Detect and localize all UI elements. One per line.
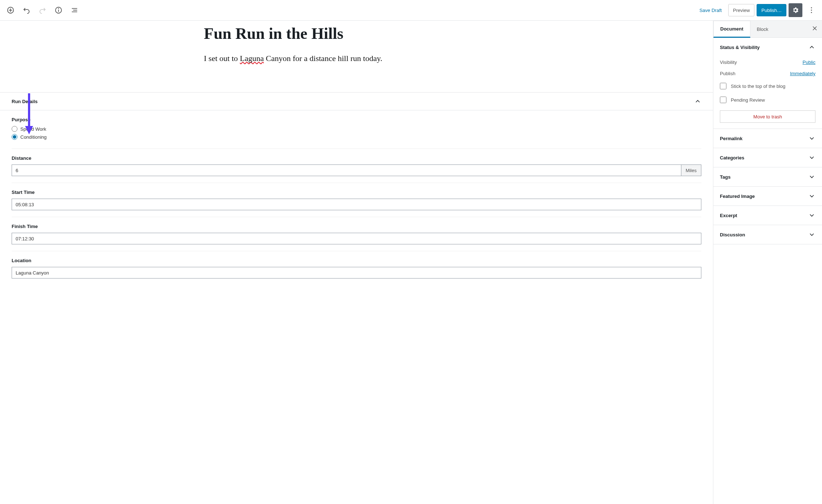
purpose-option-label: Conditioning <box>20 134 47 140</box>
stick-top-label: Stick to the top of the blog <box>731 84 785 89</box>
save-draft-button[interactable]: Save Draft <box>695 4 726 16</box>
sidebar-tabs: Document Block <box>713 21 822 38</box>
post-body[interactable]: I set out to Laguna Canyon for a distanc… <box>204 54 516 92</box>
stick-top-check[interactable]: Stick to the top of the blog <box>720 79 815 93</box>
body-misspelled: Laguna <box>240 54 264 63</box>
purpose-option-conditioning[interactable]: Conditioning <box>12 134 701 140</box>
preview-button[interactable]: Preview <box>728 4 754 16</box>
field-start-time: Start Time <box>12 183 701 217</box>
chevron-down-icon <box>808 192 815 200</box>
start-time-input[interactable] <box>12 199 701 210</box>
tab-document[interactable]: Document <box>713 21 750 38</box>
chevron-up-icon <box>808 44 815 51</box>
panel-discussion-toggle[interactable]: Discussion <box>713 225 822 244</box>
panel-title: Status & Visibility <box>720 45 760 50</box>
chevron-down-icon <box>808 135 815 142</box>
field-distance: Distance Miles <box>12 149 701 183</box>
undo-button[interactable] <box>20 3 33 17</box>
status-row-publish: Publish Immediately <box>720 68 815 79</box>
panel-tags-toggle[interactable]: Tags <box>713 167 822 186</box>
panel-discussion: Discussion <box>713 225 822 244</box>
publish-button[interactable]: Publish… <box>757 4 786 16</box>
close-sidebar-button[interactable] <box>807 22 822 36</box>
distance-input[interactable] <box>12 164 681 176</box>
purpose-radio[interactable] <box>12 126 17 132</box>
distance-label: Distance <box>12 155 701 161</box>
panel-title: Excerpt <box>720 213 737 218</box>
finish-time-label: Finish Time <box>12 224 701 229</box>
purpose-label: Purpose <box>12 117 701 122</box>
location-label: Location <box>12 258 701 263</box>
panel-permalink-toggle[interactable]: Permalink <box>713 129 822 148</box>
sidebar-scroll[interactable]: Status & Visibility Visibility Public Pu… <box>713 38 822 504</box>
field-location: Location <box>12 251 701 285</box>
panel-title: Featured Image <box>720 194 755 199</box>
settings-button[interactable] <box>789 3 802 17</box>
status-row-visibility: Visibility Public <box>720 57 815 68</box>
pending-review-check[interactable]: Pending Review <box>720 93 815 107</box>
meta-panel-title: Run Details <box>12 99 38 104</box>
panel-excerpt-toggle[interactable]: Excerpt <box>713 206 822 225</box>
panel-title: Permalink <box>720 136 742 141</box>
start-time-label: Start Time <box>12 190 701 195</box>
panel-featured-image: Featured Image <box>713 187 822 206</box>
meta-panel-toggle[interactable]: Run Details <box>0 93 713 110</box>
purpose-option-speed-work[interactable]: Speed Work <box>12 126 701 132</box>
panel-tags: Tags <box>713 167 822 187</box>
chevron-down-icon <box>808 173 815 180</box>
panel-title: Categories <box>720 155 744 160</box>
visibility-label: Visibility <box>720 60 737 65</box>
panel-featured-image-toggle[interactable]: Featured Image <box>713 187 822 206</box>
block-nav-button[interactable] <box>68 3 81 17</box>
editor-toolbar: Save Draft Preview Publish… <box>0 0 822 21</box>
panel-categories: Categories <box>713 148 822 167</box>
chevron-up-icon <box>694 98 701 105</box>
content-info-button[interactable] <box>52 3 65 17</box>
pending-review-checkbox[interactable] <box>720 97 726 103</box>
content-area: Fun Run in the Hills I set out to Laguna… <box>197 21 516 92</box>
visibility-value-link[interactable]: Public <box>803 60 815 65</box>
panel-permalink: Permalink <box>713 129 822 148</box>
distance-unit: Miles <box>681 164 701 176</box>
settings-sidebar: Document Block Status & Visibility Visib… <box>713 21 822 504</box>
panel-title: Discussion <box>720 232 745 237</box>
field-purpose: Purpose Speed Work Conditioning <box>12 110 701 149</box>
redo-button[interactable] <box>36 3 49 17</box>
svg-point-9 <box>811 7 812 8</box>
svg-point-5 <box>59 8 59 9</box>
panel-categories-toggle[interactable]: Categories <box>713 148 822 167</box>
workspace: Fun Run in the Hills I set out to Laguna… <box>0 21 822 504</box>
location-input[interactable] <box>12 267 701 279</box>
toolbar-right: Save Draft Preview Publish… <box>695 3 818 17</box>
chevron-down-icon <box>808 231 815 238</box>
purpose-option-label: Speed Work <box>20 126 46 132</box>
svg-point-11 <box>811 12 812 13</box>
body-text: I set out to <box>204 54 240 63</box>
tab-block[interactable]: Block <box>750 21 775 37</box>
toolbar-left <box>4 3 81 17</box>
editor-column[interactable]: Fun Run in the Hills I set out to Laguna… <box>0 21 713 504</box>
panel-title: Tags <box>720 174 730 180</box>
close-icon <box>811 25 818 32</box>
pending-review-label: Pending Review <box>731 97 765 103</box>
publish-value-link[interactable]: Immediately <box>790 71 815 76</box>
chevron-down-icon <box>808 212 815 219</box>
field-finish-time: Finish Time <box>12 217 701 251</box>
svg-point-10 <box>811 10 812 11</box>
body-text-after: Canyon for a distance hill run today. <box>264 54 382 63</box>
chevron-down-icon <box>808 154 815 161</box>
finish-time-input[interactable] <box>12 233 701 244</box>
panel-status-visibility: Status & Visibility Visibility Public Pu… <box>713 38 822 129</box>
stick-top-checkbox[interactable] <box>720 83 726 89</box>
purpose-radio[interactable] <box>12 134 17 140</box>
meta-panel: Run Details Purpose Speed Work Condition… <box>0 92 713 285</box>
add-block-button[interactable] <box>4 3 17 17</box>
panel-excerpt: Excerpt <box>713 206 822 225</box>
post-title[interactable]: Fun Run in the Hills <box>204 24 516 54</box>
publish-label: Publish <box>720 71 736 76</box>
move-to-trash-button[interactable]: Move to trash <box>720 110 815 123</box>
more-menu-button[interactable] <box>805 3 818 17</box>
panel-status-toggle[interactable]: Status & Visibility <box>713 38 822 57</box>
